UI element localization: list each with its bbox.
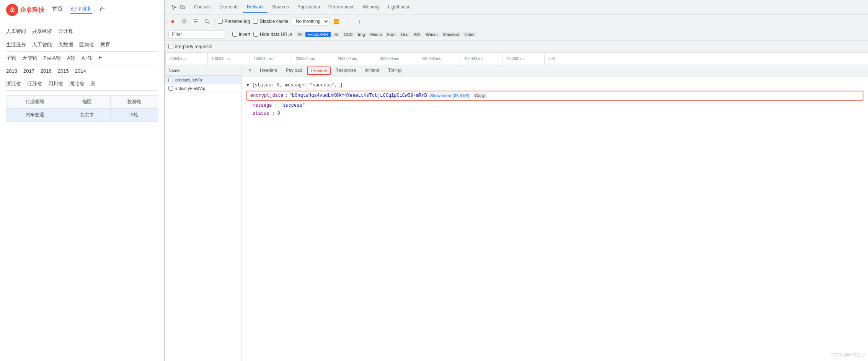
filter-media[interactable]: Media [368,32,384,37]
stop-button[interactable]: ⊘ [180,17,188,26]
tick-200000: 200000 ms [292,53,334,65]
cursor-icon[interactable] [170,3,178,11]
tab-elements[interactable]: Elements [215,2,242,13]
site-header: 企 企名科技 首页 创业服务 产 [0,0,164,20]
request-checkbox-0[interactable] [168,78,173,82]
invert-input[interactable] [232,32,237,37]
request-list: Name productListVip industryFieldVip [165,65,242,361]
watermark: CSDN @码卡三少 [831,352,865,358]
detail-tab-close[interactable]: × [245,66,255,75]
filter-icon[interactable] [191,17,200,26]
filter-css[interactable]: CSS [342,32,355,37]
filter-edu[interactable]: 教育 [100,41,110,48]
filter-round-a[interactable]: A轮 [67,55,75,62]
filter-js[interactable]: JS [331,32,341,37]
filter-round-aplus[interactable]: A+轮 [82,55,93,62]
request-item-0[interactable]: productListVip [165,76,241,84]
tab-console[interactable]: Console [190,2,215,13]
filter-fetch-xhr[interactable]: Fetch/XHR [305,32,331,37]
filter-bigdata[interactable]: 大数据 [58,41,73,48]
tab-performance[interactable]: Performance [325,2,359,13]
filter-round-prea[interactable]: Pre-A轮 [43,55,61,62]
filter-ai2[interactable]: 人工智能 [32,41,52,48]
download-icon[interactable]: ↓ [356,17,364,26]
filter-year-2015[interactable]: 2015 [58,68,69,74]
filter-year-2014[interactable]: 2014 [75,68,86,74]
filter-round-angel[interactable]: 天使轮 [22,55,37,62]
filter-blockchain[interactable]: 区块链 [79,41,94,48]
tab-lighthouse[interactable]: Lighthouse [384,2,414,13]
detail-panel: × Headers Payload Preview Response Initi… [242,65,868,361]
filter-tags: All Fetch/XHR JS CSS Img Media Font Doc … [295,32,477,37]
tick-400000: 400000 ms [460,53,502,65]
invert-checkbox[interactable]: Invert [232,32,250,37]
detail-tab-initiator[interactable]: Initiator [361,66,383,75]
tick-300000: 300000 ms [376,53,418,65]
filter-jiangsu[interactable]: 江苏省 [27,80,42,87]
copy-button[interactable]: Copy [473,93,487,98]
tab-memory[interactable]: Memory [359,2,383,13]
filter-other[interactable]: Other [462,32,477,37]
filter-ws[interactable]: WS [411,32,423,37]
search-icon[interactable] [203,17,211,26]
tab-application[interactable]: Application [294,2,324,13]
device-icon[interactable] [178,3,187,11]
detail-tab-headers[interactable]: Headers [256,66,281,75]
filter-all[interactable]: All [295,32,305,37]
preserve-log-input[interactable] [218,19,223,24]
tab-sources[interactable]: Sources [268,2,293,13]
record-button[interactable]: ● [168,17,177,26]
filter-img[interactable]: Img [356,32,367,37]
detail-tab-response[interactable]: Response [331,66,360,75]
preview-message: message : "success" [246,102,863,109]
filter-year-2016[interactable]: 2016 [41,68,52,74]
request-item-1[interactable]: industryFieldVip [165,84,241,93]
detail-tab-timing[interactable]: Timing [384,66,406,75]
wifi-icon[interactable]: 📶 [333,17,341,26]
upload-icon[interactable]: ↑ [344,17,352,26]
filter-manifest[interactable]: Manifest [441,32,462,37]
preserve-log-checkbox[interactable]: Preserve log [218,19,250,24]
filter-sharing[interactable]: 共享经济 [32,28,52,35]
throttle-select[interactable]: No throttling [292,17,330,26]
cell-industry: 汽车交通 [7,109,63,122]
filter-zhejiang[interactable]: 浙江省 [6,80,21,87]
nav-startup[interactable]: 创业服务 [70,6,92,14]
filter-hubei[interactable]: 湖北省 [69,80,84,87]
message-key: message [253,103,272,108]
filter-life[interactable]: 生活服务 [6,41,26,48]
filter-sichuan[interactable]: 四川省 [48,80,63,87]
filter-input[interactable] [168,30,226,39]
filter-year-2017[interactable]: 2017 [23,68,34,74]
filter-year-2018[interactable]: 2018 [6,68,17,74]
filter-round-seed[interactable]: 子轮 [6,55,16,62]
tab-network[interactable]: Network [243,2,268,13]
disable-cache-checkbox[interactable]: Disable cache [253,19,288,24]
filter-round-f[interactable]: F [99,55,102,62]
filter-doc[interactable]: Doc [399,32,411,37]
col-industry: 行业领域 [7,96,63,109]
tick-250000: 250000 ms [334,53,376,65]
tick-100000: 100000 ms [207,53,250,65]
third-party-input[interactable] [168,44,173,49]
request-checkbox-1[interactable] [168,86,173,91]
filter-wasm[interactable]: Wasm [424,32,440,37]
show-more-button[interactable]: Show more (35.4 kB) [429,93,471,98]
expand-arrow[interactable]: ▼ [246,83,249,88]
filter-an[interactable]: 安 [90,80,95,87]
filter-ai[interactable]: 人工智能 [6,28,26,35]
nav-home[interactable]: 首页 [52,6,63,14]
filter-font[interactable]: Font [385,32,398,37]
hide-data-urls-input[interactable] [253,32,258,37]
third-party-checkbox[interactable]: 3rd-party requests [168,44,212,49]
detail-tab-preview[interactable]: Preview [307,67,331,75]
highlight-content: encrypt_data : "b0nqtWHqs4vudLnK0KY4Xeee… [250,93,860,98]
nav-more[interactable]: 产 [100,6,105,14]
detail-tab-payload[interactable]: Payload [282,66,306,75]
preview-summary: ▼ {status: 0, message: "success",…} [246,82,863,89]
table-row[interactable]: 汽车交通 北京市 A轮 [7,109,158,122]
request-name-1: industryFieldVip [175,86,205,91]
hide-data-urls-checkbox[interactable]: Hide data URLs [253,32,292,37]
filter-cloud[interactable]: 云计算 [58,28,73,35]
disable-cache-input[interactable] [253,19,258,24]
